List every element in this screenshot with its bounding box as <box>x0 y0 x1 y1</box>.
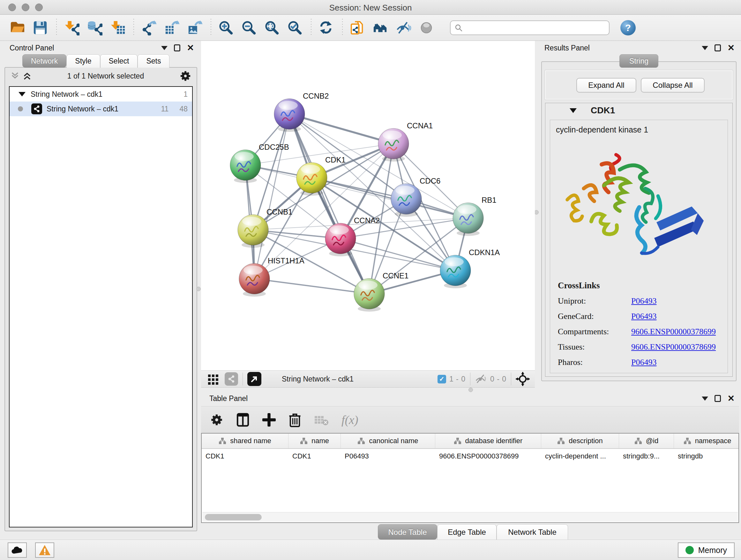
entry-collapse-icon[interactable] <box>569 108 577 113</box>
clone-network-button[interactable] <box>348 18 367 37</box>
collapse-all-icon[interactable] <box>10 71 20 81</box>
node-CDK1[interactable]: CDK1 <box>296 155 346 196</box>
crosslink-link[interactable]: 9606.ENSP00000378699 <box>631 327 716 336</box>
delete-column-trash-icon[interactable] <box>288 413 301 427</box>
column-header-label: namespace <box>695 437 731 445</box>
show-columns-icon[interactable] <box>236 413 250 427</box>
table-cell[interactable]: stringdb <box>674 449 739 463</box>
control-panel-close-icon[interactable]: ✕ <box>187 44 194 52</box>
create-column-plus-icon[interactable] <box>262 413 276 427</box>
node-CDC25B[interactable]: CDC25B <box>230 143 289 183</box>
node-CDKN1A[interactable]: CDKN1A <box>440 248 500 288</box>
column-header--id[interactable]: @id <box>619 434 674 448</box>
table-horizontal-scrollbar[interactable] <box>202 512 738 522</box>
scrollbar-thumb[interactable] <box>205 514 262 520</box>
export-network-button[interactable] <box>140 18 158 37</box>
memory-button[interactable]: Memory <box>678 543 735 558</box>
collapse-all-button[interactable]: Collapse All <box>641 78 704 92</box>
zoom-out-button[interactable] <box>240 18 259 37</box>
crosslink-link[interactable]: P06493 <box>631 296 657 306</box>
results-panel-float-icon[interactable] <box>715 44 721 51</box>
zoom-selected-button[interactable] <box>286 18 305 37</box>
network-collection-row[interactable]: String Network – cdk1 1 <box>10 87 192 102</box>
table-cell[interactable]: stringdb:9... <box>619 449 674 463</box>
right-splitter-handle[interactable] <box>534 210 539 214</box>
open-session-button[interactable] <box>8 18 27 37</box>
tab-network[interactable]: Network <box>22 54 66 68</box>
control-panel-float-icon[interactable] <box>174 44 180 51</box>
table-cell[interactable]: CDK1 <box>202 449 288 463</box>
table-panel-menu-icon[interactable] <box>702 396 708 401</box>
apply-preferred-layout-button[interactable] <box>317 18 336 37</box>
table-row[interactable]: CDK1CDK1P064939606.ENSP00000378699cyclin… <box>202 449 738 463</box>
left-splitter-handle[interactable] <box>196 287 201 291</box>
network-options-gear-icon[interactable] <box>179 70 192 82</box>
import-table-from-file-button[interactable] <box>109 18 127 37</box>
crosslink-link[interactable]: P06493 <box>631 312 657 321</box>
tab-string[interactable]: String <box>619 54 658 68</box>
tab-node-table[interactable]: Node Table <box>378 524 437 540</box>
network-canvas[interactable]: CCNB2 CCNA1 CDC25B CDK1 CDC6 RB1 CCNB1 C… <box>201 41 535 370</box>
control-panel-menu-icon[interactable] <box>161 46 167 50</box>
node-CDC6[interactable]: CDC6 <box>391 177 441 217</box>
fit-selected-crosshair-icon[interactable] <box>516 372 530 386</box>
tab-select[interactable]: Select <box>100 54 138 68</box>
edge-CCNB2-HIST1H1A[interactable] <box>254 114 289 279</box>
column-header-namespace[interactable]: namespace <box>674 434 739 448</box>
hide-graphics-details-button[interactable] <box>394 18 413 37</box>
help-button[interactable]: ? <box>620 20 636 36</box>
zoom-fit-button[interactable] <box>263 18 281 37</box>
column-header-shared-name[interactable]: shared name <box>202 434 288 448</box>
zoom-in-button[interactable] <box>217 18 235 37</box>
results-panel-close-icon[interactable]: ✕ <box>727 44 735 52</box>
tab-style[interactable]: Style <box>66 54 100 68</box>
export-image-button[interactable] <box>186 18 204 37</box>
import-network-from-file-button[interactable] <box>63 18 81 37</box>
crosslink-link[interactable]: P06493 <box>631 358 657 367</box>
collection-expand-icon[interactable] <box>18 92 25 97</box>
edge-CCNB2-CCNE1[interactable] <box>289 114 369 294</box>
column-header-database-identifier[interactable]: database identifier <box>435 434 541 448</box>
hidden-elements-icon[interactable] <box>475 374 487 384</box>
network-view-grid-icon[interactable] <box>225 372 238 386</box>
table-panel-close-icon[interactable]: ✕ <box>727 394 735 403</box>
crosslink-link[interactable]: 9606.ENSP00000378699 <box>631 342 716 352</box>
show-graphics-details-button[interactable] <box>417 18 436 37</box>
selected-nodes-checkbox-icon[interactable]: ✓ <box>437 375 446 383</box>
search-input[interactable] <box>463 23 605 32</box>
node-RB1[interactable]: RB1 <box>453 196 496 236</box>
birds-eye-view-icon[interactable] <box>207 373 219 385</box>
node-CCNB1[interactable]: CCNB1 <box>238 207 292 248</box>
result-entry-header[interactable]: CDK1 <box>545 103 732 118</box>
edge-HIST1H1A-CCNE1[interactable] <box>254 279 369 294</box>
table-cell[interactable]: P06493 <box>341 449 435 463</box>
column-header-label: database identifier <box>465 437 523 445</box>
edge-CDK1-RB1[interactable] <box>312 178 468 218</box>
export-table-button[interactable] <box>163 18 181 37</box>
entry-description: cyclin-dependent kinase 1 <box>550 120 728 134</box>
tab-network-table[interactable]: Network Table <box>496 524 568 540</box>
table-cell[interactable]: cyclin-dependent ... <box>541 449 619 463</box>
detach-view-icon[interactable] <box>247 372 261 386</box>
table-panel-splitter[interactable] <box>201 388 741 391</box>
expand-all-button[interactable]: Expand All <box>576 78 636 92</box>
table-cell[interactable]: CDK1 <box>288 449 341 463</box>
string-protein-query-button[interactable] <box>372 18 390 37</box>
table-panel-float-icon[interactable] <box>715 395 721 402</box>
column-header-description[interactable]: description <box>541 434 619 448</box>
cloud-button[interactable] <box>8 543 27 558</box>
column-header-name[interactable]: name <box>288 434 341 448</box>
tab-edge-table[interactable]: Edge Table <box>437 524 496 540</box>
column-header-canonical-name[interactable]: canonical name <box>341 434 435 448</box>
results-panel-menu-icon[interactable] <box>702 46 708 50</box>
tab-sets[interactable]: Sets <box>138 54 170 68</box>
save-session-button[interactable] <box>31 18 50 37</box>
import-network-from-database-button[interactable] <box>85 18 104 37</box>
node-label-CDK1: CDK1 <box>325 155 346 164</box>
expand-all-icon[interactable] <box>22 71 32 81</box>
table-options-gear-icon[interactable] <box>210 413 223 427</box>
warnings-button[interactable] <box>35 543 54 558</box>
table-cell[interactable]: 9606.ENSP00000378699 <box>435 449 541 463</box>
node-HIST1H1A[interactable]: HIST1H1A <box>239 256 305 297</box>
network-row[interactable]: String Network – cdk1 11 48 <box>10 102 192 116</box>
